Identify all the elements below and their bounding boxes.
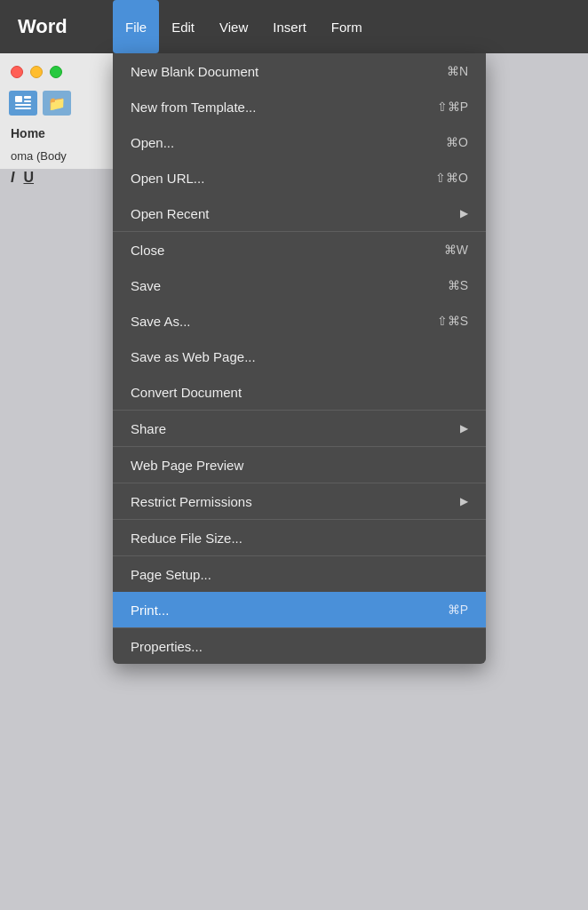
menu-item-web-page-preview[interactable]: Web Page Preview (113, 447, 486, 483)
menu-item-share[interactable]: Share ▶ (113, 411, 486, 446)
menu-item-shortcut: ⌘N (447, 64, 468, 78)
menu-item-restrict-permissions[interactable]: Restrict Permissions ▶ (113, 483, 486, 519)
menu-item-reduce-file-size[interactable]: Reduce File Size... (113, 520, 486, 555)
minimize-button[interactable] (30, 66, 43, 78)
menu-section-properties: Properties... (113, 628, 486, 664)
menu-bar-format[interactable]: Form (319, 0, 375, 53)
menu-bar: Word File Edit View Insert Form (0, 0, 588, 53)
close-button[interactable] (11, 66, 23, 78)
italic-button[interactable]: I (11, 170, 14, 186)
menu-item-shortcut: ⇧⌘S (437, 314, 468, 328)
menu-item-close[interactable]: Close ⌘W (113, 232, 486, 267)
menu-item-shortcut: ⌘W (444, 243, 468, 257)
underline-button[interactable]: U (23, 170, 34, 186)
menu-item-label: Close (131, 243, 444, 258)
submenu-arrow-icon: ▶ (460, 207, 468, 220)
menu-item-label: Reduce File Size... (131, 531, 468, 546)
svg-rect-0 (15, 96, 22, 102)
menu-item-label: Open URL... (131, 171, 435, 186)
menu-bar-edit[interactable]: Edit (159, 0, 207, 53)
menu-item-label: Save As... (131, 314, 437, 329)
menu-item-label: Page Setup... (131, 567, 468, 582)
menu-item-shortcut: ⌘O (446, 135, 468, 149)
menu-item-open[interactable]: Open... ⌘O (113, 124, 486, 160)
menu-item-new-from-template[interactable]: New from Template... ⇧⌘P (113, 89, 486, 124)
maximize-button[interactable] (50, 66, 62, 78)
menu-item-label: Properties... (131, 639, 468, 654)
svg-rect-4 (15, 108, 31, 109)
menu-item-save-as-web-page[interactable]: Save as Web Page... (113, 339, 486, 374)
menu-item-label: Open Recent (131, 206, 460, 221)
submenu-arrow-icon: ▶ (460, 495, 468, 507)
menu-item-page-setup[interactable]: Page Setup... (113, 556, 486, 592)
menu-item-save-as[interactable]: Save As... ⇧⌘S (113, 303, 486, 339)
menu-item-label: Web Page Preview (131, 458, 468, 473)
menu-item-convert-document[interactable]: Convert Document (113, 374, 486, 410)
menu-item-label: New Blank Document (131, 64, 447, 79)
menu-section-share: Share ▶ (113, 411, 486, 447)
menu-item-label: Print... (131, 603, 448, 618)
folder-icon[interactable]: 📁 (43, 91, 71, 116)
menu-bar-insert[interactable]: Insert (260, 0, 319, 53)
menu-item-label: Share (131, 421, 460, 436)
menu-item-save[interactable]: Save ⌘S (113, 267, 486, 303)
svg-rect-2 (24, 100, 31, 102)
svg-rect-3 (15, 104, 31, 106)
menu-section-restrict: Restrict Permissions ▶ (113, 483, 486, 520)
menu-item-label: New from Template... (131, 100, 437, 115)
file-menu: New Blank Document ⌘N New from Template.… (113, 53, 486, 664)
submenu-arrow-icon: ▶ (460, 422, 468, 435)
app-name: Word (0, 0, 113, 53)
svg-rect-1 (24, 96, 31, 99)
menu-item-properties[interactable]: Properties... (113, 628, 486, 664)
menu-item-shortcut: ⌘S (448, 278, 468, 292)
menu-item-shortcut: ⇧⌘P (437, 100, 468, 114)
menu-section-reduce: Reduce File Size... (113, 520, 486, 556)
menu-item-shortcut: ⇧⌘O (435, 171, 468, 185)
menu-bar-view[interactable]: View (207, 0, 260, 53)
menu-item-open-recent[interactable]: Open Recent ▶ (113, 196, 486, 231)
menu-item-print[interactable]: Print... ⌘P (113, 592, 486, 627)
menu-item-label: Restrict Permissions (131, 494, 460, 509)
menu-section-new-open: New Blank Document ⌘N New from Template.… (113, 53, 486, 232)
menu-section-save-close: Close ⌘W Save ⌘S Save As... ⇧⌘S Save as … (113, 232, 486, 411)
menu-item-label: Save (131, 278, 448, 293)
menu-item-open-url[interactable]: Open URL... ⇧⌘O (113, 160, 486, 196)
menu-item-label: Open... (131, 135, 446, 150)
menu-bar-file[interactable]: File (113, 0, 159, 53)
menu-section-print: Page Setup... Print... ⌘P (113, 556, 486, 628)
menu-section-web-preview: Web Page Preview (113, 447, 486, 483)
menu-item-label: Save as Web Page... (131, 349, 468, 364)
layout-icon[interactable] (9, 91, 37, 116)
menu-item-shortcut: ⌘P (448, 603, 468, 617)
menu-item-new-blank-document[interactable]: New Blank Document ⌘N (113, 53, 486, 89)
menu-item-label: Convert Document (131, 385, 468, 400)
